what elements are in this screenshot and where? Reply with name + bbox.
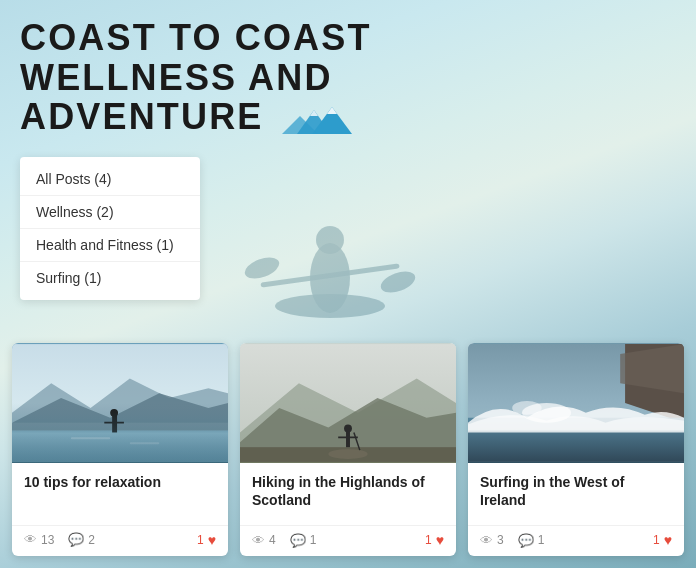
cards-container: 10 tips for relaxation 👁 13 💬 2 1 ♥ <box>0 343 696 568</box>
header: COAST TO COAST WELLNESS AND ADVENTURE <box>0 0 696 147</box>
title-line1: COAST TO COAST <box>20 17 372 58</box>
card-body-2: Hiking in the Highlands of Scotland <box>240 463 456 525</box>
like-button-3[interactable]: 1 ♥ <box>653 532 672 548</box>
svg-rect-16 <box>130 442 159 444</box>
dropdown-item-surfing[interactable]: Surfing (1) <box>20 262 200 294</box>
comments-count-1: 2 <box>88 533 95 547</box>
dropdown-item-health-fitness[interactable]: Health and Fitness (1) <box>20 229 200 262</box>
card-body-3: Surfing in the West of Ireland <box>468 463 684 525</box>
card-footer-3: 👁 3 💬 1 1 ♥ <box>468 525 684 556</box>
comment-icon-1: 💬 <box>68 532 84 547</box>
views-count-3: 3 <box>497 533 504 547</box>
comment-icon-3: 💬 <box>518 533 534 548</box>
title-line2: WELLNESS AND <box>20 57 333 98</box>
eye-icon-3: 👁 <box>480 533 493 548</box>
svg-point-24 <box>328 449 367 459</box>
card-image-1 <box>12 343 228 463</box>
views-count-1: 13 <box>41 533 54 547</box>
heart-icon-3: ♥ <box>664 532 672 548</box>
card-title-2: Hiking in the Highlands of Scotland <box>252 473 444 509</box>
card-stats-1: 👁 13 💬 2 <box>24 532 95 547</box>
comments-count-2: 1 <box>310 533 317 547</box>
views-stat-2: 👁 4 <box>252 533 276 548</box>
svg-rect-17 <box>112 414 117 432</box>
dropdown-item-all-posts[interactable]: All Posts (4) <box>20 163 200 196</box>
svg-point-34 <box>512 401 541 415</box>
heart-icon-2: ♥ <box>436 532 444 548</box>
comment-icon-2: 💬 <box>290 533 306 548</box>
page-content: COAST TO COAST WELLNESS AND ADVENTURE Al… <box>0 0 696 568</box>
comments-stat-2: 💬 1 <box>290 533 317 548</box>
comments-stat-1: 💬 2 <box>68 532 95 547</box>
svg-point-18 <box>110 409 118 417</box>
svg-rect-14 <box>12 430 228 461</box>
card-surfing[interactable]: Surfing in the West of Ireland 👁 3 💬 1 1… <box>468 343 684 556</box>
svg-marker-10 <box>327 107 337 114</box>
likes-count-2: 1 <box>425 533 432 547</box>
card-body-1: 10 tips for relaxation <box>12 463 228 525</box>
views-stat-1: 👁 13 <box>24 532 54 547</box>
card-image-2 <box>240 343 456 463</box>
svg-point-26 <box>344 424 352 432</box>
heart-icon-1: ♥ <box>208 532 216 548</box>
card-stats-2: 👁 4 💬 1 <box>252 533 316 548</box>
likes-count-1: 1 <box>197 533 204 547</box>
card-image-3 <box>468 343 684 463</box>
svg-rect-15 <box>71 437 110 439</box>
card-title-3: Surfing in the West of Ireland <box>480 473 672 509</box>
like-button-2[interactable]: 1 ♥ <box>425 532 444 548</box>
comments-stat-3: 💬 1 <box>518 533 545 548</box>
svg-rect-11 <box>12 344 228 462</box>
card-img-surfing <box>468 343 684 463</box>
like-button-1[interactable]: 1 ♥ <box>197 532 216 548</box>
page-title: COAST TO COAST WELLNESS AND ADVENTURE <box>20 18 676 137</box>
dropdown-item-wellness[interactable]: Wellness (2) <box>20 196 200 229</box>
svg-rect-25 <box>346 430 350 447</box>
eye-icon-2: 👁 <box>252 533 265 548</box>
likes-count-3: 1 <box>653 533 660 547</box>
title-line3: ADVENTURE <box>20 96 263 137</box>
comments-count-3: 1 <box>538 533 545 547</box>
views-stat-3: 👁 3 <box>480 533 504 548</box>
views-count-2: 4 <box>269 533 276 547</box>
category-dropdown: All Posts (4) Wellness (2) Health and Fi… <box>20 157 200 300</box>
card-img-relaxation <box>12 343 228 463</box>
card-title-1: 10 tips for relaxation <box>24 473 216 509</box>
card-img-highlands <box>240 343 456 463</box>
svg-marker-9 <box>310 110 318 116</box>
mountain-icon <box>282 102 362 137</box>
card-relaxation[interactable]: 10 tips for relaxation 👁 13 💬 2 1 ♥ <box>12 343 228 556</box>
card-footer-1: 👁 13 💬 2 1 ♥ <box>12 525 228 556</box>
card-stats-3: 👁 3 💬 1 <box>480 533 544 548</box>
card-highlands[interactable]: Hiking in the Highlands of Scotland 👁 4 … <box>240 343 456 556</box>
eye-icon-1: 👁 <box>24 532 37 547</box>
card-footer-2: 👁 4 💬 1 1 ♥ <box>240 525 456 556</box>
